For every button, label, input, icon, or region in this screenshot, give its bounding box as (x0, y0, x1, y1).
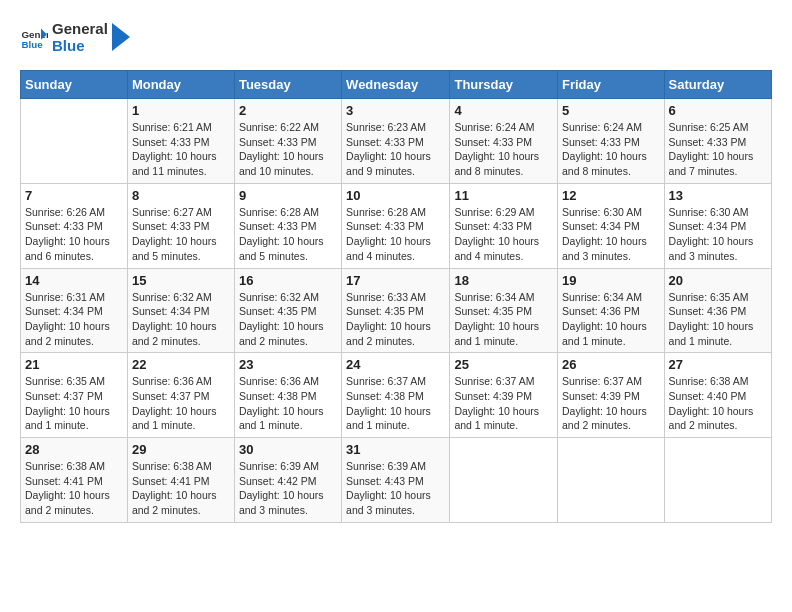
calendar-cell: 30Sunrise: 6:39 AMSunset: 4:42 PMDayligh… (234, 438, 341, 523)
day-number: 20 (669, 273, 767, 288)
week-row-5: 28Sunrise: 6:38 AMSunset: 4:41 PMDayligh… (21, 438, 772, 523)
calendar-cell (558, 438, 665, 523)
calendar-header-row: SundayMondayTuesdayWednesdayThursdayFrid… (21, 71, 772, 99)
day-info: Sunrise: 6:24 AMSunset: 4:33 PMDaylight:… (562, 120, 660, 179)
day-number: 10 (346, 188, 445, 203)
calendar-cell: 23Sunrise: 6:36 AMSunset: 4:38 PMDayligh… (234, 353, 341, 438)
day-number: 19 (562, 273, 660, 288)
page-header: General Blue General Blue (20, 20, 772, 54)
day-number: 9 (239, 188, 337, 203)
calendar-cell: 11Sunrise: 6:29 AMSunset: 4:33 PMDayligh… (450, 183, 558, 268)
day-number: 28 (25, 442, 123, 457)
day-number: 29 (132, 442, 230, 457)
calendar-body: 1Sunrise: 6:21 AMSunset: 4:33 PMDaylight… (21, 99, 772, 523)
calendar-cell: 17Sunrise: 6:33 AMSunset: 4:35 PMDayligh… (342, 268, 450, 353)
calendar-cell: 26Sunrise: 6:37 AMSunset: 4:39 PMDayligh… (558, 353, 665, 438)
day-info: Sunrise: 6:35 AMSunset: 4:37 PMDaylight:… (25, 374, 123, 433)
day-info: Sunrise: 6:26 AMSunset: 4:33 PMDaylight:… (25, 205, 123, 264)
day-number: 14 (25, 273, 123, 288)
day-info: Sunrise: 6:32 AMSunset: 4:34 PMDaylight:… (132, 290, 230, 349)
day-number: 15 (132, 273, 230, 288)
calendar-cell: 12Sunrise: 6:30 AMSunset: 4:34 PMDayligh… (558, 183, 665, 268)
week-row-3: 14Sunrise: 6:31 AMSunset: 4:34 PMDayligh… (21, 268, 772, 353)
week-row-4: 21Sunrise: 6:35 AMSunset: 4:37 PMDayligh… (21, 353, 772, 438)
calendar-cell: 7Sunrise: 6:26 AMSunset: 4:33 PMDaylight… (21, 183, 128, 268)
calendar-cell: 13Sunrise: 6:30 AMSunset: 4:34 PMDayligh… (664, 183, 771, 268)
header-day-monday: Monday (127, 71, 234, 99)
logo-arrow-icon (112, 23, 132, 51)
day-info: Sunrise: 6:27 AMSunset: 4:33 PMDaylight:… (132, 205, 230, 264)
day-info: Sunrise: 6:22 AMSunset: 4:33 PMDaylight:… (239, 120, 337, 179)
svg-text:Blue: Blue (21, 39, 43, 50)
day-number: 12 (562, 188, 660, 203)
day-number: 30 (239, 442, 337, 457)
day-number: 3 (346, 103, 445, 118)
day-info: Sunrise: 6:33 AMSunset: 4:35 PMDaylight:… (346, 290, 445, 349)
day-info: Sunrise: 6:36 AMSunset: 4:38 PMDaylight:… (239, 374, 337, 433)
calendar-cell: 10Sunrise: 6:28 AMSunset: 4:33 PMDayligh… (342, 183, 450, 268)
calendar-cell: 15Sunrise: 6:32 AMSunset: 4:34 PMDayligh… (127, 268, 234, 353)
calendar-cell: 21Sunrise: 6:35 AMSunset: 4:37 PMDayligh… (21, 353, 128, 438)
day-info: Sunrise: 6:30 AMSunset: 4:34 PMDaylight:… (669, 205, 767, 264)
header-day-wednesday: Wednesday (342, 71, 450, 99)
day-info: Sunrise: 6:38 AMSunset: 4:41 PMDaylight:… (132, 459, 230, 518)
calendar-cell: 25Sunrise: 6:37 AMSunset: 4:39 PMDayligh… (450, 353, 558, 438)
day-number: 2 (239, 103, 337, 118)
day-number: 8 (132, 188, 230, 203)
calendar-table: SundayMondayTuesdayWednesdayThursdayFrid… (20, 70, 772, 523)
day-info: Sunrise: 6:37 AMSunset: 4:38 PMDaylight:… (346, 374, 445, 433)
day-info: Sunrise: 6:38 AMSunset: 4:41 PMDaylight:… (25, 459, 123, 518)
day-info: Sunrise: 6:39 AMSunset: 4:42 PMDaylight:… (239, 459, 337, 518)
day-number: 1 (132, 103, 230, 118)
day-info: Sunrise: 6:34 AMSunset: 4:36 PMDaylight:… (562, 290, 660, 349)
calendar-cell: 2Sunrise: 6:22 AMSunset: 4:33 PMDaylight… (234, 99, 341, 184)
day-info: Sunrise: 6:34 AMSunset: 4:35 PMDaylight:… (454, 290, 553, 349)
day-info: Sunrise: 6:37 AMSunset: 4:39 PMDaylight:… (562, 374, 660, 433)
header-day-thursday: Thursday (450, 71, 558, 99)
day-info: Sunrise: 6:32 AMSunset: 4:35 PMDaylight:… (239, 290, 337, 349)
logo: General Blue General Blue (20, 20, 132, 54)
header-day-friday: Friday (558, 71, 665, 99)
day-info: Sunrise: 6:36 AMSunset: 4:37 PMDaylight:… (132, 374, 230, 433)
calendar-cell (664, 438, 771, 523)
calendar-cell: 8Sunrise: 6:27 AMSunset: 4:33 PMDaylight… (127, 183, 234, 268)
day-number: 7 (25, 188, 123, 203)
day-number: 5 (562, 103, 660, 118)
logo-text-general: General (52, 20, 108, 37)
day-info: Sunrise: 6:23 AMSunset: 4:33 PMDaylight:… (346, 120, 445, 179)
logo-text-blue: Blue (52, 37, 108, 54)
calendar-cell: 1Sunrise: 6:21 AMSunset: 4:33 PMDaylight… (127, 99, 234, 184)
calendar-cell: 4Sunrise: 6:24 AMSunset: 4:33 PMDaylight… (450, 99, 558, 184)
day-info: Sunrise: 6:24 AMSunset: 4:33 PMDaylight:… (454, 120, 553, 179)
day-info: Sunrise: 6:30 AMSunset: 4:34 PMDaylight:… (562, 205, 660, 264)
calendar-cell: 29Sunrise: 6:38 AMSunset: 4:41 PMDayligh… (127, 438, 234, 523)
calendar-cell: 24Sunrise: 6:37 AMSunset: 4:38 PMDayligh… (342, 353, 450, 438)
day-info: Sunrise: 6:39 AMSunset: 4:43 PMDaylight:… (346, 459, 445, 518)
calendar-cell: 3Sunrise: 6:23 AMSunset: 4:33 PMDaylight… (342, 99, 450, 184)
day-info: Sunrise: 6:29 AMSunset: 4:33 PMDaylight:… (454, 205, 553, 264)
logo-icon: General Blue (20, 23, 48, 51)
day-number: 16 (239, 273, 337, 288)
week-row-2: 7Sunrise: 6:26 AMSunset: 4:33 PMDaylight… (21, 183, 772, 268)
calendar-cell: 16Sunrise: 6:32 AMSunset: 4:35 PMDayligh… (234, 268, 341, 353)
day-info: Sunrise: 6:21 AMSunset: 4:33 PMDaylight:… (132, 120, 230, 179)
calendar-cell: 6Sunrise: 6:25 AMSunset: 4:33 PMDaylight… (664, 99, 771, 184)
calendar-cell: 14Sunrise: 6:31 AMSunset: 4:34 PMDayligh… (21, 268, 128, 353)
day-info: Sunrise: 6:28 AMSunset: 4:33 PMDaylight:… (346, 205, 445, 264)
calendar-cell: 19Sunrise: 6:34 AMSunset: 4:36 PMDayligh… (558, 268, 665, 353)
day-info: Sunrise: 6:38 AMSunset: 4:40 PMDaylight:… (669, 374, 767, 433)
calendar-cell (450, 438, 558, 523)
header-day-tuesday: Tuesday (234, 71, 341, 99)
day-number: 17 (346, 273, 445, 288)
calendar-cell: 9Sunrise: 6:28 AMSunset: 4:33 PMDaylight… (234, 183, 341, 268)
day-info: Sunrise: 6:37 AMSunset: 4:39 PMDaylight:… (454, 374, 553, 433)
day-number: 25 (454, 357, 553, 372)
day-number: 26 (562, 357, 660, 372)
day-number: 13 (669, 188, 767, 203)
day-number: 6 (669, 103, 767, 118)
day-number: 18 (454, 273, 553, 288)
calendar-cell: 5Sunrise: 6:24 AMSunset: 4:33 PMDaylight… (558, 99, 665, 184)
calendar-cell: 22Sunrise: 6:36 AMSunset: 4:37 PMDayligh… (127, 353, 234, 438)
day-number: 23 (239, 357, 337, 372)
calendar-cell: 18Sunrise: 6:34 AMSunset: 4:35 PMDayligh… (450, 268, 558, 353)
